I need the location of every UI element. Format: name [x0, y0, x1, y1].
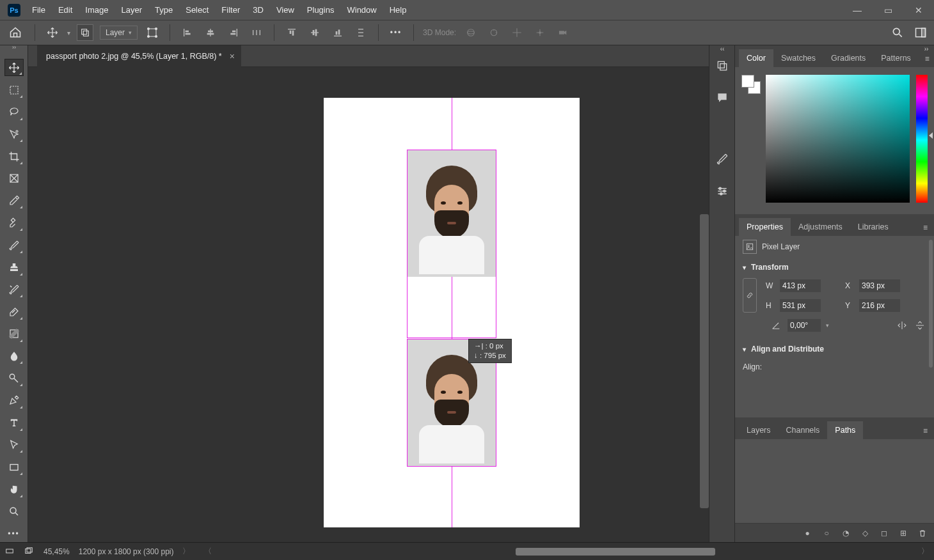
layer-photo-top[interactable] — [408, 150, 496, 277]
crop-tool[interactable] — [4, 148, 24, 165]
fill-path-icon[interactable]: ● — [802, 528, 812, 538]
brushes-panel-icon[interactable] — [715, 152, 730, 167]
hand-tool[interactable] — [4, 481, 24, 498]
history-panel-icon[interactable] — [715, 58, 730, 74]
zoom-level[interactable]: 45,45% — [44, 547, 70, 556]
home-button[interactable] — [5, 22, 26, 43]
close-tab-icon[interactable]: × — [230, 51, 235, 61]
transform-section-header[interactable]: ▾Transform — [735, 258, 934, 277]
tab-libraries[interactable]: Libraries — [850, 218, 896, 236]
y-input[interactable] — [859, 299, 900, 312]
dock-expand-icon[interactable]: ‹‹ — [709, 45, 735, 53]
workspace-switcher-icon[interactable] — [912, 24, 929, 41]
comments-panel-icon[interactable] — [715, 90, 730, 105]
tab-channels[interactable]: Channels — [779, 421, 828, 439]
hue-slider[interactable] — [916, 75, 928, 203]
properties-panel-menu-icon[interactable]: ≡ — [917, 219, 934, 236]
path-select-tool[interactable] — [4, 437, 24, 454]
zoom-tool[interactable] — [4, 503, 24, 520]
history-brush-tool[interactable] — [4, 281, 24, 299]
frame-tool[interactable] — [4, 170, 24, 187]
tab-layers[interactable]: Layers — [739, 421, 779, 439]
tab-patterns[interactable]: Patterns — [873, 49, 919, 67]
add-mask-icon[interactable]: ◻ — [879, 528, 889, 538]
pen-tool[interactable] — [4, 392, 24, 409]
align-left-icon[interactable] — [179, 24, 196, 41]
window-close[interactable]: ✕ — [903, 0, 934, 20]
healing-brush-tool[interactable] — [4, 214, 24, 231]
3d-camera-icon[interactable] — [555, 24, 571, 41]
scroll-left-icon[interactable]: 〈 — [204, 546, 212, 557]
menu-plugins[interactable]: Plugins — [301, 1, 341, 19]
type-tool[interactable] — [4, 414, 24, 432]
marquee-tool[interactable] — [4, 81, 24, 98]
menu-file[interactable]: File — [26, 1, 52, 19]
tab-gradients[interactable]: Gradients — [823, 49, 873, 67]
align-top-icon[interactable] — [283, 24, 300, 41]
tab-color[interactable]: Color — [739, 49, 773, 67]
move-tool[interactable] — [4, 59, 24, 76]
flip-vertical-button[interactable] — [914, 319, 926, 332]
edit-toolbar-icon[interactable]: ••• — [4, 525, 24, 542]
color-field[interactable] — [766, 75, 910, 203]
quick-select-tool[interactable] — [4, 126, 24, 143]
tab-adjustments[interactable]: Adjustments — [791, 218, 850, 236]
menu-help[interactable]: Help — [383, 1, 413, 19]
document-tab[interactable]: passport photo 2.jpg @ 45,5% (Layer 1, R… — [37, 45, 241, 67]
transform-controls-toggle[interactable] — [144, 24, 161, 41]
foreground-background-swatch[interactable] — [741, 75, 759, 93]
layers-panel-menu-icon[interactable]: ≡ — [917, 423, 934, 439]
tab-properties[interactable]: Properties — [739, 218, 791, 236]
toolstrip-expand-icon[interactable]: ›› — [0, 45, 28, 49]
link-wh-button[interactable] — [743, 278, 757, 313]
properties-scrollbar[interactable] — [929, 240, 933, 368]
menu-layer[interactable]: Layer — [115, 1, 149, 19]
eyedropper-tool[interactable] — [4, 192, 24, 210]
doc-info-menu-icon[interactable]: 〉 — [182, 546, 190, 557]
3d-orbit-icon[interactable] — [463, 24, 479, 41]
tab-swatches[interactable]: Swatches — [773, 49, 823, 67]
vertical-scrollbar[interactable] — [700, 93, 709, 387]
blur-tool[interactable] — [4, 348, 24, 365]
search-icon[interactable] — [889, 24, 906, 41]
height-input[interactable] — [780, 299, 821, 312]
3d-roll-icon[interactable] — [486, 24, 502, 41]
menu-edit[interactable]: Edit — [52, 1, 79, 19]
document-info[interactable]: 1200 px x 1800 px (300 ppi) — [79, 547, 174, 556]
distribute-h-icon[interactable] — [248, 24, 265, 41]
lasso-tool[interactable] — [4, 104, 24, 121]
make-work-path-icon[interactable]: ◇ — [860, 528, 870, 538]
canvas-viewport[interactable]: →| : 0 px ↓ : 795 px — [28, 67, 709, 542]
auto-select-toggle[interactable] — [77, 24, 93, 41]
menu-filter[interactable]: Filter — [215, 1, 246, 19]
horizontal-scrollbar[interactable] — [516, 548, 715, 556]
align-center-h-icon[interactable] — [202, 24, 219, 41]
delete-path-icon[interactable] — [917, 528, 928, 538]
menu-view[interactable]: View — [270, 1, 301, 19]
new-path-icon[interactable]: ⊞ — [898, 528, 908, 538]
clone-stamp-tool[interactable] — [4, 259, 24, 276]
dodge-tool[interactable] — [4, 369, 24, 387]
align-section-header[interactable]: ▾Align and Distribute — [735, 339, 934, 359]
menu-image[interactable]: Image — [79, 1, 115, 19]
align-bottom-icon[interactable] — [329, 24, 346, 41]
load-selection-icon[interactable]: ◔ — [841, 528, 851, 538]
3d-slide-icon[interactable] — [532, 24, 548, 41]
gradient-tool[interactable] — [4, 325, 24, 343]
tab-paths[interactable]: Paths — [827, 421, 863, 439]
adjustments-panel-icon[interactable] — [715, 183, 730, 199]
distribute-v-icon[interactable] — [352, 24, 369, 41]
flip-horizontal-button[interactable] — [896, 319, 908, 332]
more-options-icon[interactable]: ••• — [388, 24, 404, 41]
paths-panel-body[interactable] — [735, 439, 934, 523]
3d-pan-icon[interactable] — [509, 24, 525, 41]
menu-type[interactable]: Type — [148, 1, 179, 19]
stroke-path-icon[interactable]: ○ — [821, 528, 832, 538]
align-right-icon[interactable] — [225, 24, 242, 41]
canvas[interactable]: →| : 0 px ↓ : 795 px — [324, 98, 580, 527]
scroll-right-icon[interactable]: 〉 — [921, 546, 929, 557]
window-maximize[interactable]: ▭ — [873, 0, 903, 20]
rectangle-tool[interactable] — [4, 458, 24, 476]
eraser-tool[interactable] — [4, 303, 24, 320]
width-input[interactable] — [780, 279, 821, 292]
